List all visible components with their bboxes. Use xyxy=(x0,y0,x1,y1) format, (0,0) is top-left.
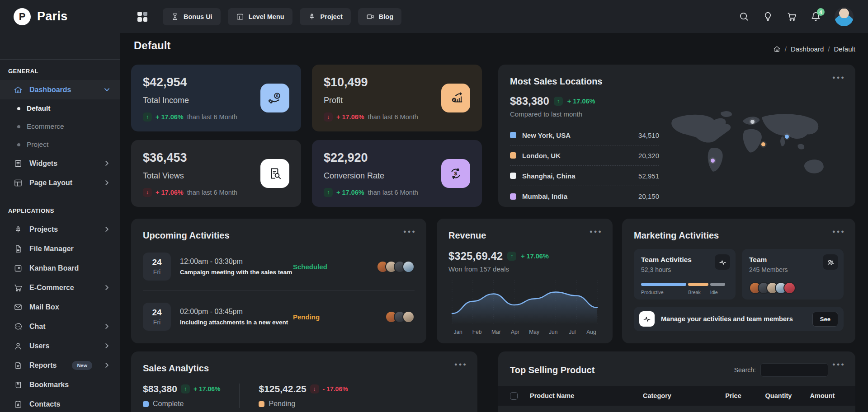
select-all-checkbox[interactable] xyxy=(510,392,518,400)
nav-button-label: Bonus Ui xyxy=(184,13,212,20)
contacts-icon xyxy=(14,400,23,409)
sidebar-item-chat[interactable]: Chat xyxy=(0,317,120,336)
more-menu-icon[interactable]: ●●● xyxy=(403,229,416,234)
activity-status: Pending xyxy=(293,313,347,321)
sidebar-item-label: Page Layout xyxy=(29,179,72,187)
activity-desc: Including attachments in a new event xyxy=(180,319,293,326)
month-label: May xyxy=(525,329,544,335)
chevron-right-icon xyxy=(104,227,109,232)
dollar-cycle-icon: $ xyxy=(441,159,470,188)
locations-list: New York, USA 34,510 London, UK 20,320 S… xyxy=(510,125,659,206)
sidebar-subitem-label: Project xyxy=(27,140,48,149)
complete-label: Complete xyxy=(153,400,184,408)
legend-idle: Idle xyxy=(710,290,725,295)
more-menu-icon[interactable]: ●●● xyxy=(832,229,845,234)
revenue-line-chart: JanFebMarAprMayJunJulAug xyxy=(448,279,601,335)
bookmark-icon xyxy=(14,380,23,389)
see-button[interactable]: See xyxy=(812,312,838,327)
location-row: New York, USA 34,510 xyxy=(510,125,659,145)
sidebar-item-widgets[interactable]: Widgets xyxy=(0,154,120,173)
brand-logo[interactable]: P Paris xyxy=(0,8,120,25)
column-quantity: Quantity xyxy=(756,392,801,399)
pending-percent: - 17.06% xyxy=(323,385,348,393)
video-icon xyxy=(366,13,374,21)
sidebar-item-label: Contacts xyxy=(29,400,60,408)
app: P Paris Bonus Ui Level Menu Project Blog xyxy=(0,0,868,412)
sidebar-item-ecommerce[interactable]: E-Commerce xyxy=(0,278,120,297)
notification-badge: 4 xyxy=(817,8,825,16)
pending-label: Pending xyxy=(269,400,295,408)
product-search-input[interactable] xyxy=(760,363,828,377)
search-label: Search: xyxy=(734,366,756,374)
sidebar-item-users[interactable]: Users xyxy=(0,336,120,356)
search-icon[interactable] xyxy=(739,11,749,22)
sidebar-item-bookmarks[interactable]: Bookmarks xyxy=(0,375,120,394)
more-menu-icon[interactable]: ●●● xyxy=(832,361,845,367)
panel-title: Marketing Activities xyxy=(634,230,844,241)
layout-icon xyxy=(14,178,23,187)
trend-down-icon: ↓ xyxy=(310,384,319,393)
avatar xyxy=(402,261,415,273)
sidebar-item-label: Dashboards xyxy=(29,86,71,94)
bonus-ui-button[interactable]: Bonus Ui xyxy=(163,8,221,25)
sidebar-item-reports[interactable]: Reports New xyxy=(0,356,120,375)
trend-note: than last 6 Month xyxy=(187,113,237,121)
sidebar-section-applications: APPLICATIONS xyxy=(0,199,120,220)
sidebar-item-projects[interactable]: Projects xyxy=(0,220,120,239)
sidebar-item-page-layout[interactable]: Page Layout xyxy=(0,173,120,192)
sidebar-item-label: Projects xyxy=(29,225,58,234)
blog-button[interactable]: Blog xyxy=(358,8,401,25)
trend-up-icon: ↑ xyxy=(507,252,516,261)
sidebar-subitem-default[interactable]: Default xyxy=(0,99,120,117)
activity-desc: Campaign meeting with the sales team xyxy=(180,269,293,276)
svg-text:$: $ xyxy=(453,98,455,102)
sidebar-item-contacts[interactable]: Contacts xyxy=(0,394,120,412)
sidebar-subitem-project[interactable]: Project xyxy=(0,136,120,154)
activity-time: 12:00am - 03:30pm xyxy=(180,258,293,266)
complete-percent: + 17.06% xyxy=(193,385,221,393)
revenue-amount: $325,69.42 xyxy=(448,250,503,262)
pending-amount: $125,42.25 xyxy=(259,384,306,394)
activity-status: Scheduled xyxy=(293,263,347,271)
trend-note: than last 6 Month xyxy=(187,189,237,196)
main-content: Default / Dashboard / Default $42,954 To… xyxy=(120,33,868,412)
sales-analytics-panel: Sales Analytics ●●● $83,380 ↑ + 17.06% C… xyxy=(131,351,477,412)
theme-bulb-icon[interactable] xyxy=(763,11,773,22)
activity-pulse-icon xyxy=(639,311,655,327)
svg-text:$: $ xyxy=(276,94,278,98)
trend-percent: + 17.06% xyxy=(156,113,184,121)
level-menu-button[interactable]: Level Menu xyxy=(228,8,292,25)
report-icon xyxy=(14,361,23,370)
trend-up-icon: ↑ xyxy=(324,188,333,197)
more-menu-icon[interactable]: ●●● xyxy=(590,229,603,234)
trend-up-icon: ↑ xyxy=(143,112,152,122)
trend-note: than last 6 Month xyxy=(368,189,418,196)
table-row[interactable]: Adidas Ultraboost Footwear $99.60 370 $3… xyxy=(510,406,844,412)
activity-avatars xyxy=(385,311,415,323)
sidebar-toggle-grid-icon[interactable] xyxy=(137,12,147,22)
home-icon[interactable] xyxy=(773,45,781,53)
chart-month-labels: JanFebMarAprMayJunJulAug xyxy=(448,329,601,335)
sidebar-subitem-label: Ecommerce xyxy=(27,122,64,131)
sidebar-item-dashboards[interactable]: Dashboards xyxy=(0,80,120,99)
activity-row: 24 Fri 02:00pm - 03:45pm Including attac… xyxy=(143,303,415,331)
page-title: Default xyxy=(134,39,170,52)
project-button[interactable]: Project xyxy=(300,8,351,25)
sidebar-item-file-manager[interactable]: File Manager xyxy=(0,239,120,258)
sidebar-item-label: Kanban Board xyxy=(29,264,79,272)
sidebar-item-kanban-board[interactable]: Kanban Board xyxy=(0,258,120,278)
user-avatar[interactable] xyxy=(835,7,854,26)
map-dot-newyork xyxy=(711,159,715,163)
legend-square xyxy=(510,152,516,159)
cart-icon[interactable] xyxy=(787,11,797,22)
marketing-activities-panel: Marketing Activities ●●● Team Activities… xyxy=(622,219,855,343)
breadcrumb-dashboard[interactable]: Dashboard xyxy=(791,45,824,53)
sidebar-item-mail-box[interactable]: Mail Box xyxy=(0,297,120,317)
sidebar-subitem-ecommerce[interactable]: Ecommerce xyxy=(0,117,120,136)
more-menu-icon[interactable]: ●●● xyxy=(454,361,467,367)
brand-name: Paris xyxy=(37,9,68,23)
notifications-bell-icon[interactable]: 4 xyxy=(811,11,821,22)
location-value: 52,951 xyxy=(638,172,659,180)
more-menu-icon[interactable]: ●●● xyxy=(832,75,845,80)
activity-legend: Productive Break Idle xyxy=(641,290,728,295)
